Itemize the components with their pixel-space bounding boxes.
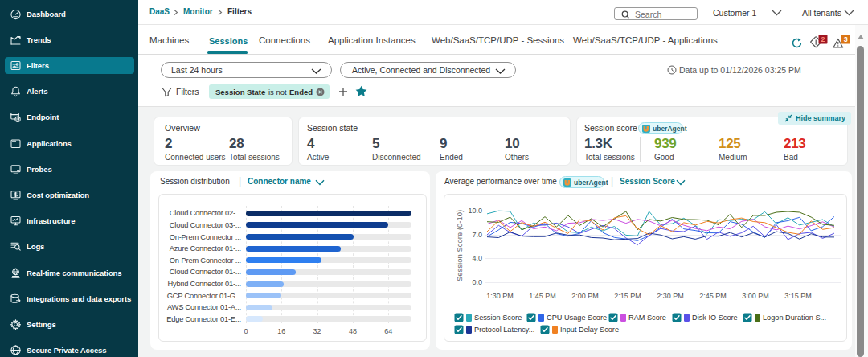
svg-text:2: 2 (821, 35, 825, 43)
svg-text:3: 3 (844, 35, 848, 43)
